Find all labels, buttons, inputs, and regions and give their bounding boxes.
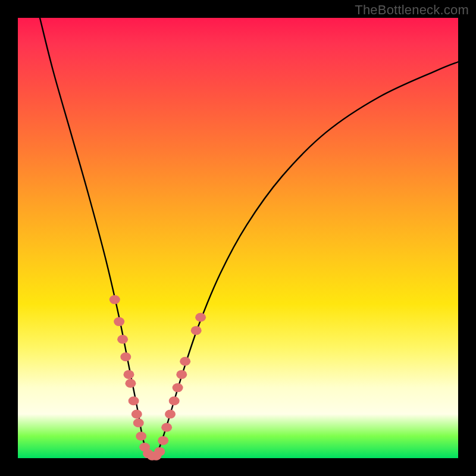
marker-dot — [169, 396, 180, 405]
chart-frame: TheBottleneck.com — [0, 0, 476, 476]
curve-layer — [18, 18, 458, 458]
marker-dot — [114, 317, 124, 326]
marker-dot — [191, 326, 202, 335]
marker-dot — [117, 335, 128, 344]
marker-dot — [180, 357, 190, 366]
marker-dot — [129, 396, 139, 405]
marker-dot — [120, 352, 131, 361]
bottleneck-curve — [40, 18, 458, 460]
marker-dot — [136, 432, 146, 441]
marker-dot — [176, 370, 187, 379]
watermark-text: TheBottleneck.com — [355, 2, 469, 18]
marker-dot — [123, 370, 134, 379]
marker-dot — [133, 418, 144, 427]
marker-dot — [154, 447, 165, 456]
marker-dot — [195, 313, 206, 322]
marker-dot — [173, 383, 183, 392]
marker-dot — [125, 379, 136, 388]
marker-dot — [161, 423, 172, 432]
marker-dot — [109, 295, 120, 304]
marker-dot — [131, 410, 142, 419]
marker-dot — [165, 410, 176, 419]
marker-group — [109, 295, 206, 461]
plot-area — [18, 18, 458, 458]
marker-dot — [158, 436, 168, 445]
